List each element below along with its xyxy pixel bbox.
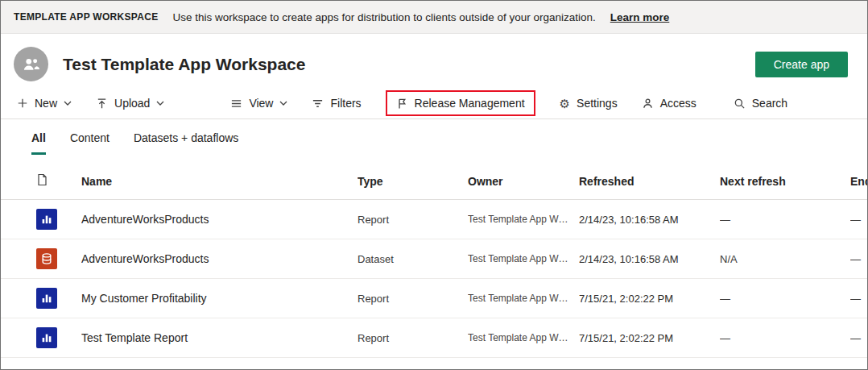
learn-more-link[interactable]: Learn more	[610, 11, 670, 23]
tab-content[interactable]: Content	[70, 131, 110, 155]
item-type: Dataset	[358, 253, 468, 265]
dataset-icon	[40, 252, 53, 265]
release-management-button[interactable]: Release Management	[386, 90, 535, 116]
search-label: Search	[752, 97, 787, 110]
item-icon-cell	[36, 327, 81, 348]
chevron-down-icon	[279, 101, 287, 106]
item-name[interactable]: My Customer Profitability	[81, 292, 358, 305]
tab-datasets-dataflows[interactable]: Datasets + dataflows	[134, 131, 238, 155]
item-name[interactable]: AdventureWorksProducts	[81, 213, 358, 226]
banner-message: Use this workspace to create apps for di…	[173, 11, 596, 23]
search-button[interactable]: Search	[734, 97, 787, 110]
report-icon	[40, 331, 53, 344]
report-icon	[40, 292, 53, 305]
item-refreshed: 2/14/23, 10:16:58 AM	[579, 253, 720, 265]
content-tabs: All Content Datasets + dataflows	[1, 119, 867, 155]
column-header-type[interactable]: Type	[358, 175, 468, 188]
report-icon	[40, 213, 53, 226]
workspace-avatar	[14, 47, 48, 81]
search-icon	[734, 98, 746, 110]
tab-all[interactable]: All	[31, 131, 46, 155]
access-button[interactable]: Access	[642, 97, 696, 110]
item-refreshed: 7/15/21, 2:02:22 PM	[579, 293, 720, 305]
column-header-name[interactable]: Name	[81, 175, 358, 188]
item-type: Report	[358, 293, 468, 305]
item-type-icon	[36, 327, 57, 348]
column-header-endorsement[interactable]: Endorsement	[850, 175, 868, 188]
item-icon-cell	[36, 288, 81, 309]
settings-button[interactable]: ⚙ Settings	[560, 97, 618, 110]
template-app-banner: TEMPLATE APP WORKSPACE Use this workspac…	[1, 1, 867, 34]
new-label: New	[35, 97, 57, 110]
item-next-refresh: —	[720, 214, 850, 226]
upload-label: Upload	[114, 97, 150, 110]
new-button[interactable]: New	[17, 97, 72, 110]
banner-title: TEMPLATE APP WORKSPACE	[14, 11, 159, 23]
view-icon	[230, 98, 242, 110]
item-next-refresh: N/A	[720, 253, 850, 265]
filters-button[interactable]: Filters	[312, 97, 361, 110]
table-header: Name Type Owner Refreshed Next refresh E…	[1, 173, 867, 200]
item-type: Report	[358, 214, 468, 226]
workspace-window: TEMPLATE APP WORKSPACE Use this workspac…	[0, 0, 868, 370]
access-label: Access	[660, 97, 696, 110]
item-type-icon	[36, 248, 57, 269]
toolbar: New Upload View Filters Release Manageme…	[1, 91, 867, 119]
doc-type-column-icon	[36, 173, 81, 189]
filter-icon	[312, 98, 324, 110]
item-type-icon	[36, 209, 57, 230]
column-header-next-refresh[interactable]: Next refresh	[720, 175, 850, 188]
view-button[interactable]: View	[230, 97, 287, 110]
item-icon-cell	[36, 209, 81, 230]
workspace-header: Test Template App Workspace Create app	[1, 34, 867, 91]
view-label: View	[249, 97, 273, 110]
flag-icon	[396, 98, 408, 110]
chevron-down-icon	[156, 101, 164, 106]
plus-icon	[17, 98, 28, 109]
item-endorsement: —	[850, 214, 868, 226]
item-name[interactable]: Test Template Report	[81, 331, 358, 344]
table-row[interactable]: AdventureWorksProducts Dataset Test Temp…	[1, 239, 867, 279]
item-owner: Test Template App W…	[468, 332, 579, 343]
column-header-refreshed[interactable]: Refreshed	[579, 175, 720, 188]
settings-label: Settings	[577, 97, 618, 110]
release-management-label: Release Management	[415, 97, 525, 110]
create-app-button[interactable]: Create app	[755, 52, 848, 77]
person-icon	[642, 98, 654, 110]
people-icon	[21, 54, 42, 75]
item-type: Report	[358, 332, 468, 344]
item-type-icon	[36, 288, 57, 309]
item-next-refresh: —	[720, 293, 850, 305]
table-body: AdventureWorksProducts Report Test Templ…	[1, 200, 867, 358]
item-endorsement: —	[850, 293, 868, 305]
item-owner: Test Template App W…	[468, 214, 579, 225]
filters-label: Filters	[330, 97, 361, 110]
page-title: Test Template App Workspace	[63, 55, 305, 74]
item-endorsement: —	[850, 253, 868, 265]
item-refreshed: 7/15/21, 2:02:22 PM	[579, 332, 720, 344]
table-row[interactable]: My Customer Profitability Report Test Te…	[1, 279, 867, 318]
chevron-down-icon	[64, 101, 72, 106]
item-refreshed: 2/14/23, 10:16:58 AM	[579, 214, 720, 226]
item-endorsement: —	[850, 332, 868, 344]
table-row[interactable]: AdventureWorksProducts Report Test Templ…	[1, 200, 867, 239]
item-next-refresh: —	[720, 332, 850, 344]
item-owner: Test Template App W…	[468, 253, 579, 264]
item-name[interactable]: AdventureWorksProducts	[81, 252, 358, 265]
upload-icon	[96, 98, 108, 110]
upload-button[interactable]: Upload	[96, 97, 164, 110]
column-header-owner[interactable]: Owner	[468, 175, 579, 188]
table-row[interactable]: Test Template Report Report Test Templat…	[1, 318, 867, 358]
document-icon	[36, 173, 48, 186]
gear-icon: ⚙	[560, 98, 570, 110]
item-icon-cell	[36, 248, 81, 269]
item-owner: Test Template App W…	[468, 293, 579, 304]
